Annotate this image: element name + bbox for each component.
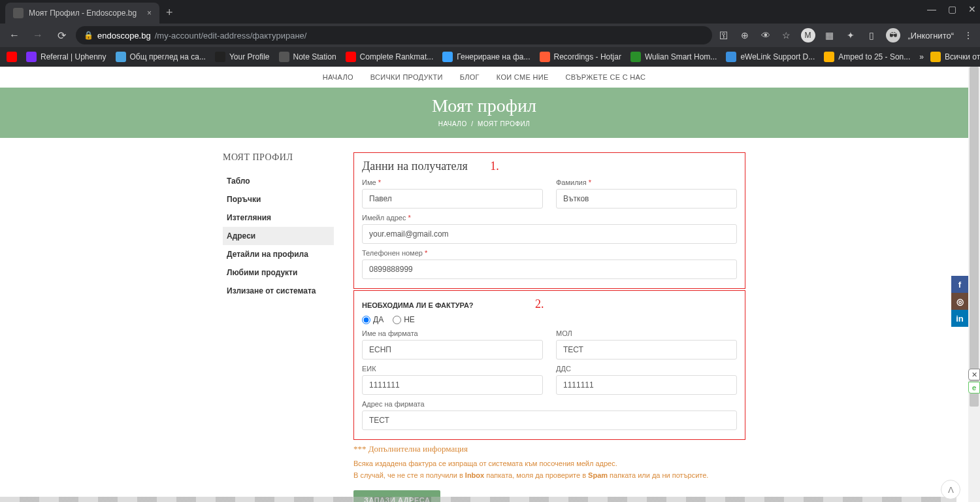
zoom-icon[interactable]: ⊕	[738, 29, 751, 42]
eik-input[interactable]	[362, 375, 543, 395]
nav-back-icon[interactable]: ←	[5, 26, 24, 44]
company-name-input[interactable]	[362, 340, 543, 360]
instagram-icon[interactable]: ◎	[951, 293, 968, 310]
bookmark-item[interactable]: Your Profile	[215, 52, 270, 62]
sidebar-item[interactable]: Любими продукти	[223, 263, 334, 282]
window-maximize-icon[interactable]: ▢	[948, 4, 956, 14]
sidebar-item[interactable]: Поръчки	[223, 190, 334, 209]
invoice-yes-radio[interactable]	[362, 316, 370, 324]
tab-favicon	[13, 8, 24, 18]
sidepanel-icon[interactable]: ▯	[865, 29, 878, 42]
last-name-label: Фамилия *	[556, 178, 737, 186]
phone-label: Телефонен номер *	[362, 249, 737, 257]
bookmark-item[interactable]: eWeLink Support D...	[726, 52, 815, 62]
company-address-input[interactable]	[362, 410, 737, 430]
scrollbar-thumb[interactable]	[970, 67, 979, 407]
site-nav: НАЧАЛОВСИЧКИ ПРОДУКТИБЛОГКОИ СМЕ НИЕСВЪР…	[0, 67, 968, 88]
page-hero: Моят профил НАЧАЛО / МОЯТ ПРОФИЛ	[0, 88, 968, 138]
bookmark-favicon	[630, 52, 641, 62]
bookmark-item[interactable]: Complete Rankmat...	[346, 52, 434, 62]
bookmark-favicon	[346, 52, 356, 62]
invoice-yes-option[interactable]: ДА	[362, 315, 384, 324]
browser-tab[interactable]: Моят Профил - Endoscope.bg ×	[5, 3, 159, 24]
widget-icon[interactable]: e	[968, 382, 980, 393]
nav-link[interactable]: СВЪРЖЕТЕ СЕ С НАС	[566, 73, 646, 81]
sidebar-item[interactable]: Детайли на профила	[223, 245, 334, 263]
bookmark-favicon	[116, 52, 126, 62]
bookmarks-overflow-icon[interactable]: »	[919, 52, 924, 61]
bookmark-favicon	[279, 52, 289, 62]
section1-marker: 1.	[490, 159, 499, 173]
bookmark-favicon	[726, 52, 736, 62]
mol-label: МОЛ	[556, 329, 737, 337]
bookmark-item[interactable]: Note Station	[279, 52, 336, 62]
sidebar-item[interactable]: Адреси	[223, 227, 334, 245]
extensions-icon[interactable]: ✦	[844, 29, 857, 42]
eye-off-icon[interactable]: 👁	[759, 29, 772, 42]
bookmarks-bar: Referral | UphennyОбщ преглед на са...Yo…	[0, 47, 980, 67]
all-bookmarks[interactable]: Всички отметки	[930, 52, 980, 62]
bookmark-favicon	[824, 52, 834, 62]
bookmark-item[interactable]: Amped to 25 - Son...	[824, 52, 910, 62]
mol-input[interactable]	[556, 340, 737, 360]
menu-icon[interactable]: ⋮	[962, 29, 975, 42]
tab-close-icon[interactable]: ×	[147, 8, 152, 18]
window-minimize-icon[interactable]: —	[927, 4, 936, 14]
bookmark-item[interactable]: Recordings - Hotjar	[540, 52, 621, 62]
bookmark-item[interactable]: Общ преглед на са...	[116, 52, 206, 62]
bookmark-item[interactable]: Wulian Smart Hom...	[630, 52, 717, 62]
email-label: Имейл адрес *	[362, 214, 737, 222]
incognito-icon[interactable]: 🕶	[886, 28, 900, 42]
nav-link[interactable]: КОИ СМЕ НИЕ	[497, 73, 549, 81]
eik-label: ЕИК	[362, 365, 543, 373]
ext1-icon[interactable]: ▦	[823, 29, 836, 42]
company-name-label: Име на фирмата	[362, 329, 543, 337]
widget-close-icon[interactable]: ✕	[968, 369, 980, 380]
recipient-section: Данни на получателя 1. Име * Фамилия *	[353, 152, 745, 289]
star-icon[interactable]: ☆	[780, 29, 793, 42]
section1-title: Данни на получателя	[362, 159, 468, 173]
nav-link[interactable]: БЛОГ	[460, 73, 480, 81]
sidebar-item[interactable]: Табло	[223, 172, 334, 190]
nav-link[interactable]: НАЧАЛО	[323, 73, 353, 81]
linkedin-icon[interactable]: in	[951, 310, 968, 327]
last-name-input[interactable]	[556, 189, 737, 209]
nav-forward-icon[interactable]: →	[29, 26, 47, 44]
invoice-no-radio[interactable]	[393, 316, 401, 324]
profile-avatar[interactable]: M	[801, 28, 815, 42]
facebook-icon[interactable]: f	[951, 276, 968, 293]
sidebar-title: МОЯТ ПРОФИЛ	[223, 152, 334, 163]
bookmark-item[interactable]: Referral | Uphenny	[26, 52, 106, 62]
footer-image-strip	[0, 497, 956, 502]
accessibility-widget[interactable]: ✕ e	[966, 369, 980, 395]
bookmark-item[interactable]: Генериране на фа...	[442, 52, 530, 62]
sidebar-item[interactable]: Изтегляния	[223, 209, 334, 227]
page-title: Моят профил	[0, 95, 968, 116]
sidebar-item[interactable]: Излизане от системата	[223, 282, 334, 300]
company-address-label: Адрес на фирмата	[362, 400, 737, 408]
url-path: /my-account/edit-address/фактуриране/	[155, 31, 307, 41]
nav-link[interactable]: ВСИЧКИ ПРОДУКТИ	[370, 73, 443, 81]
bookmark-item[interactable]	[7, 52, 17, 62]
key-icon[interactable]: ⚿	[717, 29, 730, 42]
invoice-section: НЕОБХОДИМА ЛИ Е ФАКТУРА? 2. ДА НЕ Име на…	[353, 290, 745, 440]
address-bar[interactable]: 🔒 endoscope.bg/my-account/edit-address/ф…	[76, 26, 712, 44]
tab-title: Моят Профил - Endoscope.bg	[29, 8, 137, 18]
breadcrumb: НАЧАЛО / МОЯТ ПРОФИЛ	[0, 120, 968, 127]
phone-input[interactable]	[362, 259, 737, 279]
bookmark-favicon	[26, 52, 37, 62]
incognito-label: „Инкогнито“	[908, 31, 954, 41]
info-note-body: Всяка издадена фактура се изпраща от сис…	[353, 458, 745, 481]
scroll-top-button[interactable]: ᐱ	[941, 480, 960, 499]
email-input[interactable]	[362, 224, 737, 244]
new-tab-button[interactable]: +	[159, 2, 180, 24]
breadcrumb-current: МОЯТ ПРОФИЛ	[478, 120, 530, 127]
vat-input[interactable]	[556, 375, 737, 395]
scrollbar[interactable]	[968, 67, 980, 502]
first-name-input[interactable]	[362, 189, 543, 209]
url-domain: endoscope.bg	[97, 31, 151, 41]
nav-reload-icon[interactable]: ⟳	[52, 26, 71, 44]
invoice-no-option[interactable]: НЕ	[393, 315, 415, 324]
breadcrumb-home[interactable]: НАЧАЛО	[438, 120, 467, 127]
window-close-icon[interactable]: ✕	[968, 4, 976, 14]
